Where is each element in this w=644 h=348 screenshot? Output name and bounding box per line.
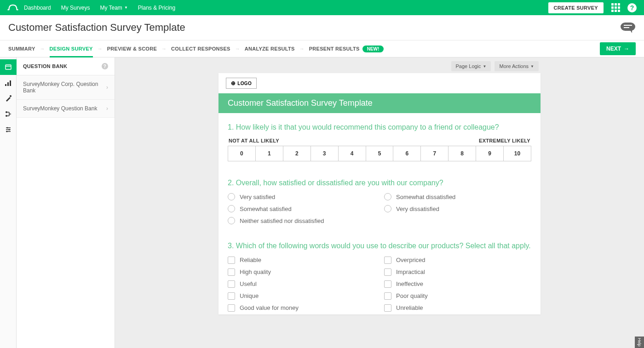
nps-cell-4[interactable]: 4 — [339, 146, 366, 161]
question-text: 3. Which of the following words would yo… — [228, 241, 531, 251]
nav-my-surveys[interactable]: My Surveys — [61, 5, 90, 11]
comments-icon[interactable] — [620, 22, 636, 33]
page-title-bar[interactable]: Customer Satisfaction Survey Template — [218, 93, 540, 113]
svg-point-12 — [6, 127, 8, 129]
question-1[interactable]: 1. How likely is it that you would recom… — [218, 113, 540, 164]
option[interactable]: Neither satisfied nor dissatisfied — [228, 217, 375, 224]
svg-point-14 — [6, 131, 7, 132]
chevron-right-icon: › — [106, 84, 108, 91]
option-label: Overpriced — [396, 257, 426, 263]
option-label: High quality — [240, 268, 271, 275]
sidebar-header-label: QUESTION BANK — [23, 63, 67, 69]
rail-logic-icon[interactable] — [0, 106, 17, 122]
option[interactable]: Reliable — [228, 257, 375, 264]
nav-my-team[interactable]: My Team ▼ — [100, 5, 127, 11]
survey-title: Customer Satisfaction Survey Template — [8, 22, 620, 34]
more-actions-button[interactable]: More Actions ▼ — [494, 61, 539, 71]
tab-present-results[interactable]: PRESENT RESULTS — [309, 40, 360, 57]
survey-page: ⊕ LOGO Customer Satisfaction Survey Temp… — [218, 73, 540, 314]
help-tab[interactable]: Help — [635, 337, 644, 348]
option[interactable]: Ineffective — [384, 280, 531, 288]
option-label: Very dissatisfied — [396, 205, 439, 212]
rail-question-bank-icon[interactable] — [0, 59, 17, 75]
caret-down-icon: ▼ — [530, 64, 534, 68]
option-label: Reliable — [240, 257, 261, 263]
page-logic-button[interactable]: Page Logic ▼ — [451, 61, 491, 71]
option[interactable]: Useful — [228, 280, 375, 288]
tab-design-survey[interactable]: DESIGN SURVEY — [50, 40, 93, 57]
question-text: 2. Overall, how satisfied or dissatisfie… — [228, 178, 531, 188]
option[interactable]: Unique — [228, 292, 375, 300]
svg-rect-6 — [5, 84, 6, 86]
nps-cell-9[interactable]: 9 — [476, 146, 504, 161]
option[interactable]: Good value for money — [228, 304, 375, 312]
tab-summary[interactable]: SUMMARY — [8, 40, 35, 57]
checkbox-icon — [384, 280, 391, 288]
svg-rect-8 — [10, 80, 11, 86]
nav-my-team-label: My Team — [100, 5, 122, 11]
nps-cell-5[interactable]: 5 — [366, 146, 394, 161]
rail-options-icon[interactable] — [0, 122, 17, 137]
question-2[interactable]: 2. Overall, how satisfied or dissatisfie… — [218, 164, 540, 228]
sidebar-item-sm-bank[interactable]: SurveyMonkey Question Bank › — [17, 100, 115, 118]
svg-point-11 — [6, 115, 7, 117]
nps-cell-10[interactable]: 10 — [504, 146, 531, 161]
add-logo-button[interactable]: ⊕ LOGO — [226, 78, 257, 89]
caret-down-icon: ▼ — [124, 6, 128, 10]
option-label: Unreliable — [396, 304, 423, 311]
tab-analyze-results[interactable]: ANALYZE RESULTS — [245, 40, 295, 57]
option[interactable]: Impractical — [384, 268, 531, 276]
sidebar-item-corp-bank[interactable]: SurveyMonkey Corp. Question Bank › — [17, 75, 115, 100]
new-badge: NEW! — [362, 46, 384, 52]
checkbox-icon — [384, 257, 391, 264]
option[interactable]: Unreliable — [384, 304, 531, 312]
sidebar-help-icon[interactable]: ? — [102, 63, 108, 69]
svg-rect-5 — [6, 65, 11, 69]
svg-point-9 — [10, 95, 12, 97]
option[interactable]: High quality — [228, 268, 375, 276]
checkbox-icon — [228, 280, 235, 288]
question-text: 1. How likely is it that you would recom… — [228, 122, 531, 132]
nav-plans-pricing[interactable]: Plans & Pricing — [138, 5, 175, 11]
nps-cell-0[interactable]: 0 — [228, 146, 256, 161]
option-label: Unique — [240, 292, 259, 299]
tab-collect-responses[interactable]: COLLECT RESPONSES — [171, 40, 230, 57]
nps-cell-8[interactable]: 8 — [448, 146, 476, 161]
rail-builder-icon[interactable] — [0, 75, 17, 91]
rail-themes-icon[interactable] — [0, 91, 17, 106]
topbar: Dashboard My Surveys My Team ▼ Plans & P… — [0, 0, 644, 15]
checkbox-icon — [384, 268, 391, 276]
brand-logo-icon[interactable] — [7, 4, 18, 11]
option[interactable]: Very satisfied — [228, 193, 375, 200]
svg-point-10 — [6, 111, 7, 113]
create-survey-button[interactable]: CREATE SURVEY — [548, 2, 604, 13]
next-button[interactable]: NEXT → — [600, 42, 636, 55]
option-label: Impractical — [396, 268, 425, 275]
option[interactable]: Somewhat satisfied — [228, 205, 375, 212]
sidebar-item-label: SurveyMonkey Corp. Question Bank — [23, 81, 106, 94]
checkbox-icon — [384, 292, 391, 300]
checkbox-icon — [228, 257, 235, 264]
nps-cell-2[interactable]: 2 — [283, 146, 311, 161]
checkbox-icon — [228, 304, 235, 312]
nps-cell-6[interactable]: 6 — [393, 146, 421, 161]
add-logo-label: LOGO — [237, 81, 252, 86]
nps-cell-7[interactable]: 7 — [421, 146, 448, 161]
plus-icon: ⊕ — [231, 80, 236, 86]
question-3[interactable]: 3. Which of the following words would yo… — [218, 227, 540, 314]
nav-dashboard[interactable]: Dashboard — [24, 5, 51, 11]
option[interactable]: Very dissatisfied — [384, 205, 531, 212]
chevron-right-icon: → — [299, 46, 305, 51]
svg-point-1 — [17, 9, 18, 10]
help-icon[interactable]: ? — [627, 3, 637, 12]
page-toolbar: Page Logic ▼ More Actions ▼ — [218, 59, 540, 73]
tab-preview-score[interactable]: PREVIEW & SCORE — [107, 40, 157, 57]
nps-cell-3[interactable]: 3 — [311, 146, 339, 161]
survey-canvas: Page Logic ▼ More Actions ▼ ⊕ LOGO Custo… — [115, 57, 644, 348]
design-subnav: SUMMARY → DESIGN SURVEY → PREVIEW & SCOR… — [0, 40, 644, 57]
option[interactable]: Poor quality — [384, 292, 531, 300]
option[interactable]: Overpriced — [384, 257, 531, 264]
option[interactable]: Somewhat dissatisfied — [384, 193, 531, 200]
apps-grid-icon[interactable] — [611, 3, 620, 12]
nps-cell-1[interactable]: 1 — [256, 146, 283, 161]
